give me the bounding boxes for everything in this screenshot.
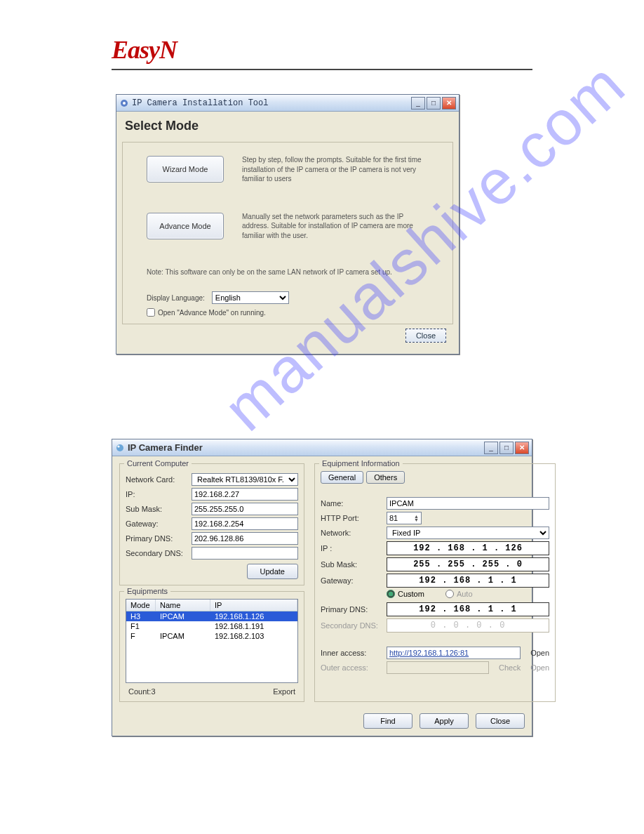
wizard-desc: Step by step, follow the prompts. Suitab… bbox=[242, 155, 424, 184]
rpdns-field[interactable]: 192 . 168 . 1 . 1 bbox=[387, 602, 549, 616]
table-row[interactable]: F IPCAM 192.168.2.103 bbox=[126, 631, 297, 641]
open-advance-checkbox[interactable] bbox=[147, 308, 155, 317]
count-label: Count:3 bbox=[128, 687, 156, 696]
note-text: Note: This software can only be on the s… bbox=[147, 268, 438, 276]
app-icon bbox=[115, 443, 125, 453]
open-advance-label: Open "Advance Mode" on running. bbox=[158, 309, 266, 317]
group-title: Current Computer bbox=[124, 459, 192, 468]
close-button[interactable]: Close bbox=[405, 329, 446, 343]
name-label: Name: bbox=[321, 499, 382, 508]
camera-finder-window: IP Camera Finder _ □ ✕ Current Computer … bbox=[112, 439, 532, 736]
inner-url[interactable] bbox=[387, 647, 521, 659]
col-mode[interactable]: Mode bbox=[126, 600, 156, 611]
language-select[interactable]: English bbox=[212, 291, 289, 304]
maximize-button[interactable]: □ bbox=[427, 97, 441, 110]
svg-point-2 bbox=[116, 444, 123, 451]
open-inner-link[interactable]: Open bbox=[530, 649, 549, 657]
titlebar: IP Camera Installation Tool _ □ ✕ bbox=[116, 95, 459, 112]
col-name[interactable]: Name bbox=[156, 600, 210, 611]
pdns-label: Primary DNS: bbox=[126, 534, 187, 543]
group-title: Equipment Information bbox=[319, 459, 403, 468]
equipment-info-group: Equipment Information General Others Nam… bbox=[314, 463, 556, 702]
nic-select[interactable]: Realtek RTL8139/810x F. bbox=[192, 473, 298, 486]
titlebar: IP Camera Finder _ □ ✕ bbox=[112, 439, 532, 456]
mask-field[interactable] bbox=[192, 503, 298, 515]
outer-url bbox=[387, 661, 489, 674]
close-icon[interactable]: ✕ bbox=[442, 97, 456, 110]
install-tool-window: IP Camera Installation Tool _ □ ✕ Select… bbox=[116, 94, 459, 355]
network-select[interactable]: Fixed IP bbox=[387, 527, 549, 539]
col-ip[interactable]: IP bbox=[210, 600, 297, 611]
svg-point-1 bbox=[123, 102, 126, 105]
window-title: IP Camera Installation Tool bbox=[132, 98, 408, 108]
radio-auto[interactable] bbox=[445, 590, 454, 598]
wizard-mode-button[interactable]: Wizard Mode bbox=[147, 156, 224, 183]
rip-label: IP : bbox=[321, 544, 382, 552]
tab-general[interactable]: General bbox=[321, 471, 363, 484]
stepper-arrows-icon[interactable]: ▲▼ bbox=[414, 515, 419, 522]
language-label: Display Language: bbox=[147, 294, 205, 302]
brand-logo: EasyN bbox=[112, 35, 532, 65]
port-stepper[interactable]: 81 ▲▼ bbox=[387, 512, 422, 524]
port-label: HTTP Port: bbox=[321, 514, 382, 522]
network-label: Network: bbox=[321, 529, 382, 537]
tab-others[interactable]: Others bbox=[366, 471, 405, 484]
gw-label: Gateway: bbox=[126, 519, 187, 528]
table-row[interactable]: H3 IPCAM 192.168.1.126 bbox=[126, 611, 297, 621]
current-computer-group: Current Computer Network Card: Realtek R… bbox=[119, 463, 304, 585]
rsdns-label: Secondary DNS: bbox=[321, 621, 382, 630]
minimize-button[interactable]: _ bbox=[411, 97, 425, 110]
page-heading: Select Mode bbox=[125, 119, 453, 133]
export-link[interactable]: Export bbox=[273, 687, 295, 696]
ip-label: IP: bbox=[126, 490, 187, 498]
rip-field[interactable]: 192 . 168 . 1 . 126 bbox=[387, 541, 549, 555]
open-outer-link: Open bbox=[530, 663, 549, 672]
rgw-label: Gateway: bbox=[321, 576, 382, 585]
table-row[interactable]: F1 192.168.1.191 bbox=[126, 621, 297, 631]
outer-label: Outer access: bbox=[321, 663, 382, 672]
rpdns-label: Primary DNS: bbox=[321, 605, 382, 614]
name-field[interactable] bbox=[387, 497, 549, 510]
mask-label: Sub Mask: bbox=[126, 505, 187, 513]
maximize-button[interactable]: □ bbox=[499, 442, 514, 454]
inner-label: Inner access: bbox=[321, 649, 382, 657]
gw-field[interactable] bbox=[192, 517, 298, 530]
pdns-field[interactable] bbox=[192, 532, 298, 545]
check-link: Check bbox=[499, 663, 521, 672]
window-title: IP Camera Finder bbox=[128, 442, 481, 453]
group-title: Equipments bbox=[124, 587, 170, 595]
divider bbox=[112, 69, 532, 70]
app-icon bbox=[119, 98, 129, 108]
ip-field[interactable] bbox=[192, 488, 298, 501]
close-button[interactable]: Close bbox=[476, 713, 525, 729]
rmask-label: Sub Mask: bbox=[321, 560, 382, 569]
radio-custom[interactable] bbox=[387, 590, 395, 598]
rmask-field[interactable]: 255 . 255 . 255 . 0 bbox=[387, 557, 549, 571]
sdns-field[interactable] bbox=[192, 547, 298, 560]
equipments-group: Equipments Mode Name IP H3 IPCA bbox=[119, 591, 304, 702]
minimize-button[interactable]: _ bbox=[484, 442, 498, 454]
svg-point-3 bbox=[117, 445, 119, 447]
find-button[interactable]: Find bbox=[363, 713, 412, 729]
advance-mode-button[interactable]: Advance Mode bbox=[147, 213, 224, 239]
update-button[interactable]: Update bbox=[247, 564, 298, 579]
rsdns-field: 0 . 0 . 0 . 0 bbox=[387, 618, 549, 633]
close-icon[interactable]: ✕ bbox=[515, 442, 529, 454]
equipment-table[interactable]: Mode Name IP H3 IPCAM 192.168.1.126 bbox=[126, 599, 298, 683]
sdns-label: Secondary DNS: bbox=[126, 549, 187, 557]
apply-button[interactable]: Apply bbox=[420, 713, 469, 729]
rgw-field[interactable]: 192 . 168 . 1 . 1 bbox=[387, 574, 549, 588]
advance-desc: Manually set the network parameters such… bbox=[242, 212, 424, 241]
nic-label: Network Card: bbox=[126, 475, 187, 484]
